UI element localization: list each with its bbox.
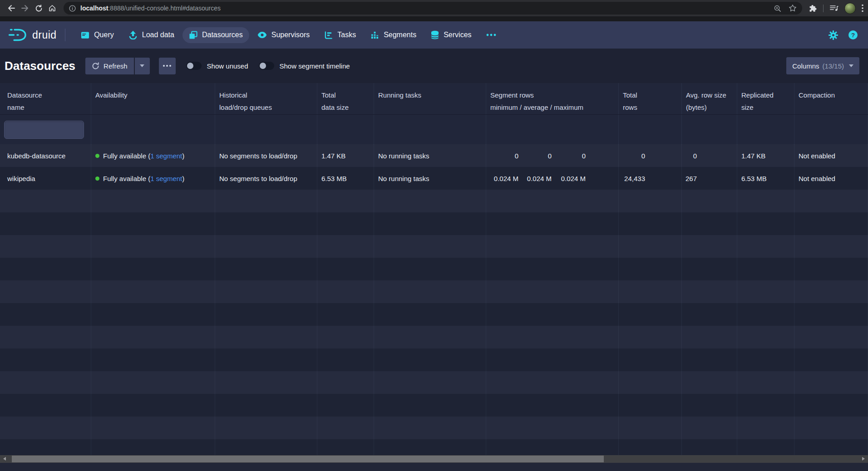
empty-cell [737,371,794,394]
empty-cell [0,348,91,371]
refresh-icon [92,62,99,70]
empty-cell [794,190,868,212]
nav-tab-services[interactable]: Services [424,27,478,43]
nav-tab-query[interactable]: Query [74,27,120,43]
zoom-page-icon[interactable] [774,5,781,12]
col-header-avg-row-size[interactable]: Avg. row size(bytes) [682,83,737,114]
empty-cell [486,258,619,280]
availability-cell: Fully available (1 segment) [91,144,215,167]
show-segment-timeline-toggle[interactable] [259,62,274,70]
empty-cell [682,235,737,258]
empty-row [0,280,868,303]
bookmark-star-icon[interactable] [789,4,797,12]
empty-cell [374,326,486,348]
empty-cell [794,258,868,280]
reload-icon[interactable] [32,1,45,15]
empty-cell [374,348,486,371]
empty-cell [794,439,868,455]
settings-gear-icon[interactable] [829,30,838,40]
nav-tab-segments[interactable]: Segments [364,27,423,43]
empty-cell [317,280,374,303]
empty-cell [317,371,374,394]
col-header-replicated-size[interactable]: Replicatedsize [737,83,794,114]
empty-cell [374,371,486,394]
empty-cell [619,348,682,371]
empty-cell [215,439,317,455]
nav-tab-label: Supervisors [271,31,310,39]
empty-cell [619,439,682,455]
refresh-button[interactable]: Refresh [85,58,134,74]
empty-cell [486,235,619,258]
address-bar[interactable]: localhost:8888/unified-console.html#data… [64,2,802,15]
forward-icon[interactable] [18,1,32,15]
segment-count-link[interactable]: 1 segment [150,175,182,182]
horizontal-scrollbar[interactable] [0,455,868,463]
show-unused-toggle[interactable] [186,62,202,70]
columns-count: (13/15) [822,62,844,70]
empty-cell [317,212,374,235]
nav-tab-tasks[interactable]: Tasks [318,27,362,43]
col-header-total-rows[interactable]: Totalrows [619,83,682,114]
empty-cell [737,280,794,303]
empty-cell [794,326,868,348]
empty-cell [374,212,486,235]
table-row[interactable]: wikipedia Fully available (1 segment) No… [0,167,868,190]
services-database-icon [431,30,439,39]
segment-count-link[interactable]: 1 segment [150,152,182,160]
empty-cell [317,326,374,348]
empty-cell [0,439,91,455]
profile-avatar[interactable] [844,3,856,14]
empty-cell [215,394,317,417]
url-text: localhost:8888/unified-console.html#data… [80,5,221,12]
col-header-running-tasks[interactable]: Running tasks [374,83,486,114]
nav-tab-datasources[interactable]: Datasources [182,27,249,43]
nav-tab-supervisors[interactable]: Supervisors [251,27,316,43]
empty-cell [0,258,91,280]
media-controls-icon[interactable] [829,4,838,12]
help-icon[interactable]: ? [848,30,858,40]
availability-cell: Fully available (1 segment) [91,167,215,190]
col-header-segment-rows[interactable]: Segment rowsminimum / average / maximum [486,83,619,114]
home-icon[interactable] [45,1,59,15]
browser-menu-kebab-icon[interactable] [862,4,863,12]
empty-cell [737,439,794,455]
empty-cell [215,235,317,258]
col-header-datasource-name[interactable]: Datasourcename [0,83,91,114]
empty-cell [682,258,737,280]
table-row[interactable]: kubedb-datasource Fully available (1 seg… [0,144,868,167]
nav-more-button[interactable] [480,30,503,40]
site-info-icon[interactable] [69,5,76,12]
empty-cell [91,326,215,348]
empty-cell [682,190,737,212]
empty-cell [486,190,619,212]
scroll-left-arrow-icon[interactable] [3,457,6,461]
more-actions-button[interactable] [159,58,176,74]
empty-cell [0,190,91,212]
load-drop-cell: No segments to load/drop [215,167,317,190]
scroll-right-arrow-icon[interactable] [862,457,865,461]
table-filter-row [0,114,868,144]
empty-cell [215,212,317,235]
extensions-puzzle-icon[interactable] [809,4,817,13]
back-icon[interactable] [5,1,18,15]
nav-tab-label: Services [444,31,471,39]
col-header-load-drop[interactable]: Historicalload/drop queues [215,83,317,114]
empty-row [0,258,868,280]
datasource-name-filter-input[interactable] [4,121,84,139]
scrollbar-thumb[interactable] [12,456,604,462]
url-path: :8888/unified-console.html#datasources [108,5,221,12]
empty-cell [215,417,317,439]
druid-logo[interactable]: druid [8,28,57,42]
col-header-availability[interactable]: Availability [91,83,215,114]
empty-cell [0,235,91,258]
empty-cell [0,303,91,326]
col-header-compaction[interactable]: Compaction [794,83,868,114]
nav-tab-load-data[interactable]: Load data [122,27,181,43]
empty-cell [486,394,619,417]
toolbar-divider [823,5,824,12]
col-header-total-data-size[interactable]: Totaldata size [317,83,374,114]
empty-cell [374,235,486,258]
columns-dropdown-button[interactable]: Columns (13/15) [786,57,859,74]
refresh-interval-caret-button[interactable] [135,58,150,74]
empty-cell [682,371,737,394]
